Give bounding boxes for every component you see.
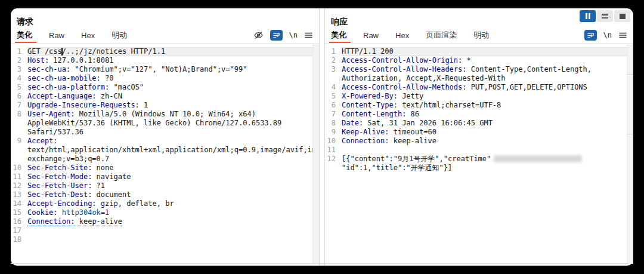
line-number: 7 <box>11 101 27 110</box>
response-tab[interactable]: 明动 <box>473 27 489 43</box>
editor-line[interactable]: 4Access-Control-Allow-Methods: PUT,POST,… <box>325 83 633 92</box>
line-content: Connection: keep-alive <box>342 137 633 146</box>
response-tab[interactable]: Raw <box>363 27 379 43</box>
request-tab[interactable]: 明动 <box>112 27 127 43</box>
editor-line[interactable]: 2Access-Control-Allow-Origin: * <box>325 56 633 65</box>
response-editor[interactable]: 1HTTP/1.1 2002Access-Control-Allow-Origi… <box>325 44 633 263</box>
line-number: 7 <box>325 110 342 119</box>
menu-icon[interactable] <box>304 31 313 39</box>
request-editor[interactable]: 1GET /css/..;/jz/notices HTTP/1.12Host: … <box>11 44 319 263</box>
editor-line[interactable]: 8User-Agent: Mozilla/5.0 (Windows NT 10.… <box>11 110 319 137</box>
word-wrap-icon[interactable] <box>270 30 283 41</box>
line-number: 14 <box>11 199 27 208</box>
line-number: 4 <box>325 83 342 92</box>
response-tab[interactable]: 页面渲染 <box>426 27 457 43</box>
response-toolbar: \n <box>584 30 627 41</box>
line-number: 11 <box>11 173 27 181</box>
editor-line[interactable]: 11Sec-Fetch-Mode: navigate <box>11 173 319 181</box>
pause-icon[interactable] <box>580 10 596 22</box>
editor-line[interactable]: 7Upgrade-Insecure-Requests: 1 <box>11 101 319 110</box>
line-number: 13 <box>11 190 27 199</box>
word-wrap-icon[interactable] <box>584 30 597 41</box>
line-content: User-Agent: Mozilla/5.0 (Windows NT 10.0… <box>27 110 319 137</box>
editor-line[interactable]: 14Accept-Encoding: gzip, deflate, br <box>11 199 319 208</box>
newline-icon[interactable]: \n <box>289 31 298 39</box>
line-number: 12 <box>11 181 27 190</box>
editor-line[interactable]: 15Cookie: http304ok=1 <box>11 208 319 217</box>
line-content: GET /css/..;/jz/notices HTTP/1.1 <box>27 47 319 56</box>
editor-line[interactable]: 4sec-ch-ua-mobile: ?0 <box>11 74 319 83</box>
line-number: 8 <box>11 110 27 137</box>
editor-line[interactable]: 12Sec-Fetch-User: ?1 <box>11 181 319 190</box>
editor-line[interactable]: 3sec-ch-ua: "Chromium";v="127", "Not)A;B… <box>11 65 319 74</box>
editor-line[interactable]: 5X-Powered-By: Jetty <box>325 92 633 101</box>
editor-line[interactable]: 18 <box>11 235 319 244</box>
line-content: X-Powered-By: Jetty <box>342 92 633 101</box>
request-panel: 请求 美化RawHex明动 \n 1GET /css/..;/jz/notice… <box>11 8 320 266</box>
line-number: 3 <box>11 65 27 74</box>
line-number: 9 <box>325 128 342 137</box>
line-number: 1 <box>325 47 342 56</box>
request-tabs: 美化RawHex明动 <box>17 27 144 43</box>
editor-line[interactable]: 16Connection: keep-alive <box>11 217 319 226</box>
single-panel-icon[interactable] <box>614 10 630 22</box>
response-tab[interactable]: 美化 <box>331 27 346 43</box>
request-tab[interactable]: 美化 <box>17 27 32 43</box>
editor-line[interactable]: 11 <box>325 146 633 155</box>
line-number: 10 <box>325 137 342 146</box>
editor-line[interactable]: 9Keep-Alive: timeout=60 <box>325 128 633 137</box>
layout-controls <box>580 10 630 22</box>
response-tab[interactable]: Hex <box>395 27 409 43</box>
line-content: [{"content":"9月1号开学","creatTime""id":1,"… <box>342 155 633 173</box>
request-toolbar: \n <box>253 30 313 41</box>
line-content: Accept-Language: zh-CN <box>27 92 319 101</box>
line-content: Keep-Alive: timeout=60 <box>342 128 633 137</box>
request-editor-lines: 1GET /css/..;/jz/notices HTTP/1.12Host: … <box>11 47 319 244</box>
response-editor-scrollbar[interactable] <box>627 44 633 263</box>
http-message-viewer-window: 请求 美化RawHex明动 \n 1GET /css/..;/jz/notice… <box>11 8 633 266</box>
editor-line[interactable]: 1GET /css/..;/jz/notices HTTP/1.1 <box>11 47 319 56</box>
editor-line[interactable]: 7Content-Length: 86 <box>325 110 633 119</box>
line-number: 2 <box>325 56 342 65</box>
editor-line[interactable]: 10Sec-Fetch-Site: none <box>11 164 319 173</box>
line-content: Sec-Fetch-Mode: navigate <box>27 173 319 181</box>
split-horizontal-icon[interactable] <box>597 10 613 22</box>
line-content: sec-ch-ua-mobile: ?0 <box>27 74 319 83</box>
editor-line[interactable]: 1HTTP/1.1 200 <box>325 47 633 56</box>
line-number: 3 <box>325 65 342 83</box>
line-content: Sec-Fetch-Dest: document <box>27 190 319 199</box>
line-content: Connection: keep-alive <box>27 217 319 226</box>
menu-icon[interactable] <box>618 31 627 39</box>
line-content: HTTP/1.1 200 <box>342 47 633 56</box>
editor-line[interactable]: 17 <box>11 226 319 235</box>
line-content: Content-Length: 86 <box>342 110 633 119</box>
editor-line[interactable]: 2Host: 127.0.0.1:8081 <box>11 56 319 65</box>
line-content: Accept: text/html,application/xhtml+xml,… <box>27 137 319 164</box>
editor-line[interactable]: 3Access-Control-Allow-Headers: Content-T… <box>325 65 633 83</box>
response-tabbar: 美化RawHex页面渲染明动 \n <box>325 27 633 44</box>
response-tabs: 美化RawHex页面渲染明动 <box>331 27 506 43</box>
line-number: 5 <box>11 83 27 92</box>
line-content: Access-Control-Allow-Methods: PUT,POST,G… <box>342 83 633 92</box>
editor-line[interactable]: 5sec-ch-ua-platform: "macOS" <box>11 83 319 92</box>
line-number: 2 <box>11 56 27 65</box>
editor-line[interactable]: 6Content-Type: text/html;charset=UTF-8 <box>325 101 633 110</box>
request-editor-scrollbar[interactable] <box>312 44 319 263</box>
line-number: 1 <box>11 47 27 56</box>
editor-line[interactable]: 13Sec-Fetch-Dest: document <box>11 190 319 199</box>
editor-line[interactable]: 9Accept: text/html,application/xhtml+xml… <box>11 137 319 164</box>
editor-line[interactable]: 8Date: Sat, 31 Jan 2026 16:06:45 GMT <box>325 119 633 128</box>
line-content: Cookie: http304ok=1 <box>27 208 319 217</box>
eye-off-icon[interactable] <box>253 30 264 40</box>
editor-line[interactable]: 10Connection: keep-alive <box>325 137 633 146</box>
editor-line[interactable]: 12[{"content":"9月1号开学","creatTime""id":1… <box>325 155 633 173</box>
editor-line[interactable]: 6Accept-Language: zh-CN <box>11 92 319 101</box>
line-content: Sec-Fetch-Site: none <box>27 164 319 173</box>
line-content: Date: Sat, 31 Jan 2026 16:06:45 GMT <box>342 119 633 128</box>
line-content <box>27 226 319 235</box>
newline-icon[interactable]: \n <box>603 31 612 39</box>
request-tab[interactable]: Hex <box>81 27 95 43</box>
request-panel-title: 请求 <box>11 8 319 27</box>
line-number: 6 <box>325 101 342 110</box>
request-tab[interactable]: Raw <box>49 27 64 43</box>
